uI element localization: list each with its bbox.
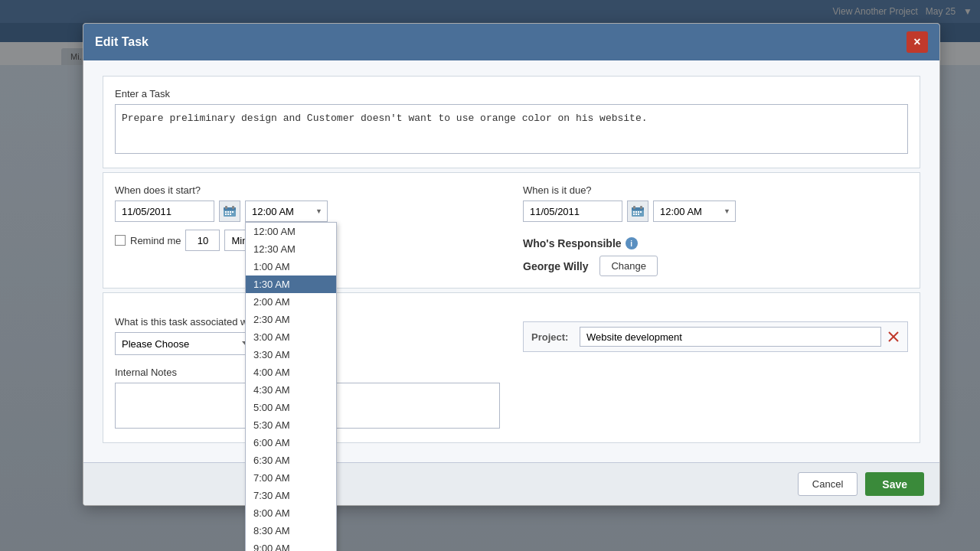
time-option[interactable]: 5:30 AM [246, 416, 336, 434]
svg-rect-17 [638, 211, 639, 213]
svg-rect-19 [633, 214, 635, 215]
start-time-value: 12:00 AM [252, 206, 294, 217]
responsible-name: George Willy [523, 260, 588, 272]
time-option[interactable]: 2:00 AM [246, 293, 336, 311]
svg-rect-2 [225, 206, 227, 209]
start-date-input[interactable] [115, 201, 214, 222]
responsible-label: Who's Responsible [523, 237, 622, 249]
svg-rect-16 [635, 211, 637, 213]
svg-rect-18 [640, 211, 642, 213]
svg-rect-14 [640, 206, 642, 209]
svg-rect-21 [638, 214, 639, 215]
start-label: When does it start? [115, 184, 500, 196]
project-value-input[interactable] [580, 327, 881, 347]
svg-rect-15 [633, 211, 635, 213]
time-option[interactable]: 7:00 AM [246, 469, 336, 487]
assoc-notes-cols: What is this task associated with? Pleas… [115, 305, 908, 431]
start-time-container: 12:00 AM 12:00 AM12:30 AM1:00 AM1:30 AM2… [245, 201, 328, 222]
modal-body: Enter a Task Prepare preliminary design … [83, 60, 939, 462]
datetime-cols: When does it start? [115, 184, 908, 276]
assoc-right-col: Project: [523, 305, 908, 431]
project-row: Project: [523, 321, 908, 352]
responsible-label-row: Who's Responsible i [523, 237, 908, 249]
time-option[interactable]: 9:00 AM [246, 540, 336, 551]
responsible-row: George Willy Change [523, 256, 908, 276]
assoc-notes-section: What is this task associated with? Pleas… [103, 292, 920, 443]
due-time-container: 12:00 AM [653, 201, 736, 222]
due-label: When is it due? [523, 184, 908, 196]
time-option[interactable]: 3:30 AM [246, 346, 336, 364]
due-time-trigger[interactable]: 12:00 AM [653, 201, 736, 222]
due-calendar-button[interactable] [627, 201, 648, 222]
due-time-value: 12:00 AM [660, 206, 702, 217]
time-option[interactable]: 8:30 AM [246, 522, 336, 540]
start-date-time-row: 12:00 AM 12:00 AM12:30 AM1:00 AM1:30 AM2… [115, 201, 500, 222]
remind-label: Remind me [130, 235, 181, 246]
due-calendar-icon [632, 206, 644, 217]
svg-rect-4 [225, 211, 227, 213]
modal-title: Edit Task [95, 35, 149, 49]
time-option[interactable]: 6:30 AM [246, 452, 336, 469]
due-date-input[interactable] [523, 201, 622, 222]
project-clear-icon [887, 331, 900, 343]
remind-number-input[interactable] [185, 230, 220, 251]
time-option[interactable]: 4:00 AM [246, 364, 336, 381]
time-option[interactable]: 4:30 AM [246, 381, 336, 399]
task-label: Enter a Task [115, 88, 908, 99]
info-icon[interactable]: i [626, 237, 638, 249]
svg-rect-8 [225, 214, 227, 215]
time-option[interactable]: 8:00 AM [246, 504, 336, 522]
due-col: When is it due? [523, 184, 908, 276]
modal-footer: Cancel Save [83, 462, 939, 505]
due-date-time-row: 12:00 AM [523, 201, 908, 222]
svg-rect-6 [230, 211, 231, 213]
save-button[interactable]: Save [865, 472, 924, 496]
svg-rect-5 [227, 211, 229, 213]
calendar-icon [224, 206, 236, 217]
task-input[interactable]: Prepare preliminary design and Customer … [115, 104, 908, 154]
modal-header: Edit Task × [83, 24, 939, 60]
remind-checkbox[interactable] [115, 235, 126, 246]
modal-close-button[interactable]: × [906, 31, 928, 53]
edit-task-modal: Edit Task × Enter a Task Prepare prelimi… [83, 23, 940, 506]
start-calendar-button[interactable] [219, 201, 240, 222]
cancel-button[interactable]: Cancel [798, 472, 858, 496]
project-clear-button[interactable] [887, 331, 900, 343]
svg-rect-7 [232, 211, 234, 213]
start-col: When does it start? [115, 184, 500, 276]
time-dropdown[interactable]: 12:00 AM12:30 AM1:00 AM1:30 AM2:00 AM2:3… [245, 222, 337, 551]
time-option[interactable]: 2:30 AM [246, 311, 336, 328]
task-section: Enter a Task Prepare preliminary design … [103, 76, 920, 168]
change-responsible-button[interactable]: Change [599, 256, 658, 276]
project-label: Project: [531, 331, 573, 343]
start-time-trigger[interactable]: 12:00 AM [245, 201, 328, 222]
svg-rect-13 [633, 206, 635, 209]
time-option[interactable]: 12:00 AM [246, 223, 336, 240]
svg-rect-9 [227, 214, 229, 215]
datetime-section: When does it start? [103, 172, 920, 289]
time-option[interactable]: 3:00 AM [246, 328, 336, 346]
svg-rect-20 [635, 214, 637, 215]
responsible-section: Who's Responsible i George Willy Change [523, 237, 908, 276]
time-option[interactable]: 1:00 AM [246, 258, 336, 276]
time-option[interactable]: 6:00 AM [246, 434, 336, 452]
time-option[interactable]: 7:30 AM [246, 487, 336, 504]
svg-rect-10 [230, 214, 231, 215]
time-option[interactable]: 12:30 AM [246, 240, 336, 258]
time-option[interactable]: 5:00 AM [246, 399, 336, 416]
svg-rect-3 [232, 206, 234, 209]
time-option[interactable]: 1:30 AM [246, 276, 336, 293]
assoc-select[interactable]: Please Choose [115, 332, 256, 355]
